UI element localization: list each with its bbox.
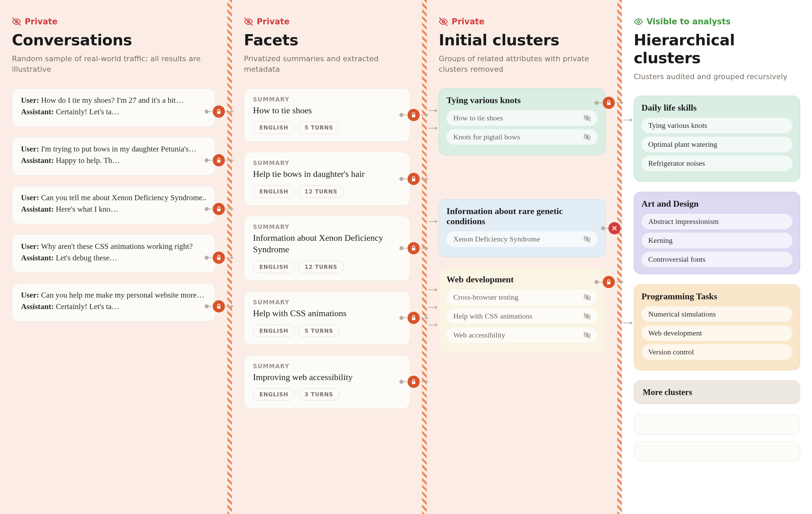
privacy-badge-visible: Visible to analysts — [634, 17, 800, 26]
cluster-item: Abstract impressionism — [642, 214, 792, 229]
turns-tag: 12 TURNS — [298, 185, 344, 198]
cluster-item: How to tie shoes — [446, 110, 597, 126]
hierarchical-clusters-column: Visible to analysts Hierarchical cluster… — [622, 0, 812, 514]
hierarchical-cluster-card: Daily life skills Tying various knots Op… — [634, 96, 800, 182]
facet-summary: Improving web accessibility — [253, 372, 401, 383]
turns-tag: 5 TURNS — [298, 121, 340, 134]
language-tag: ENGLISH — [253, 121, 295, 134]
summary-label: SUMMARY — [253, 299, 401, 306]
lock-connector — [595, 97, 623, 109]
column-title: Hierarchical clusters — [634, 31, 800, 67]
column-subtitle: Groups of related attributes with privat… — [439, 54, 605, 75]
turns-tag: 5 TURNS — [298, 325, 340, 337]
eye-off-icon — [439, 17, 448, 26]
lock-connector — [205, 154, 233, 166]
facet-card: SUMMARY How to tie shoes ENGLISH 5 TURNS — [244, 88, 410, 142]
eye-off-icon — [583, 312, 591, 320]
assistant-message: Assistant: Certainly! Let's ta… — [21, 302, 206, 311]
cluster-item-label: Cross-browser testing — [453, 293, 518, 302]
conversation-card: User: Can you tell me about Xenon Defici… — [12, 186, 215, 224]
lock-connector — [399, 242, 428, 254]
cluster-item-label: Kerning — [648, 236, 673, 245]
privacy-label: Private — [25, 17, 57, 26]
arrow-icon — [226, 111, 233, 112]
privacy-label: Visible to analysts — [647, 17, 731, 26]
cluster-item-label: Numerical simulations — [648, 310, 716, 319]
lock-icon — [603, 276, 615, 288]
initial-cluster-card: Tying various knots How to tie shoes Kno… — [439, 88, 605, 155]
privacy-badge-private: Private — [244, 17, 410, 26]
cluster-title: Web development — [446, 275, 597, 285]
language-tag: ENGLISH — [253, 185, 295, 198]
initial-cluster-card: Information about rare genetic condition… — [439, 199, 605, 257]
lock-connector — [595, 276, 623, 288]
x-icon — [608, 222, 621, 234]
column-title: Facets — [244, 31, 410, 49]
cluster-item: Cross-browser testing — [446, 289, 597, 305]
arrow-icon — [420, 179, 428, 179]
privacy-label: Private — [257, 17, 289, 26]
cluster-item-label: Tying various knots — [648, 121, 707, 130]
cluster-title: Tying various knots — [446, 95, 597, 106]
arrow-in-icon — [428, 307, 437, 308]
privacy-badge-private: Private — [12, 17, 215, 26]
eye-off-icon — [583, 235, 591, 243]
privacy-divider — [617, 0, 622, 514]
cluster-item: Refrigerator noises — [642, 156, 792, 171]
arrow-icon — [226, 209, 233, 209]
language-tag: ENGLISH — [253, 261, 295, 273]
cluster-item-label: How to tie shoes — [453, 114, 503, 122]
cluster-item: Controversial fonts — [642, 252, 792, 267]
conversations-column: Private Conversations Random sample of r… — [0, 0, 227, 514]
placeholder-card — [634, 441, 800, 462]
placeholder-card — [634, 414, 800, 435]
lock-connector — [399, 109, 428, 121]
cluster-item-label: Web development — [648, 329, 702, 337]
cluster-item: Optimal plant watering — [642, 137, 792, 152]
cluster-item-label: Controversial fonts — [648, 255, 705, 264]
arrow-icon — [616, 102, 623, 103]
language-tag: ENGLISH — [253, 325, 295, 337]
cluster-item: Version control — [642, 344, 792, 360]
eye-off-icon — [583, 133, 591, 141]
cluster-item: Numerical simulations — [642, 306, 792, 322]
cluster-item-label: Version control — [648, 348, 694, 356]
arrow-in-icon — [428, 110, 437, 111]
column-title: Conversations — [12, 31, 215, 49]
facet-summary: Information about Xenon Deficiency Syndr… — [253, 232, 401, 255]
privacy-divider — [422, 0, 427, 514]
column-title: Initial clusters — [439, 31, 605, 49]
arrow-in-icon — [428, 325, 437, 325]
lock-connector — [205, 106, 233, 118]
cluster-item: Knots for pigtail bows — [446, 129, 597, 145]
cluster-item: Tying various knots — [642, 118, 792, 133]
language-tag: ENGLISH — [253, 388, 295, 401]
column-subtitle: Random sample of real-world traffic; all… — [12, 54, 215, 75]
more-clusters-label: More clusters — [643, 388, 791, 397]
turns-tag: 3 TURNS — [298, 388, 340, 401]
lock-connector — [205, 300, 233, 312]
conversation-card: User: I'm trying to put bows in my daugh… — [12, 137, 215, 176]
eye-off-icon — [12, 17, 21, 26]
lock-icon — [603, 97, 615, 109]
more-clusters-card: More clusters — [634, 380, 800, 404]
summary-label: SUMMARY — [253, 363, 401, 370]
lock-connector — [399, 173, 428, 185]
cluster-item: Kerning — [642, 233, 792, 248]
lock-connector — [205, 203, 233, 215]
arrow-in-icon — [623, 120, 632, 120]
facets-column: Private Facets Privatized summaries and … — [232, 0, 422, 514]
hierarchical-cluster-card: Programming Tasks Numerical simulations … — [634, 284, 800, 370]
cluster-title: Information about rare genetic condition… — [446, 206, 597, 227]
summary-label: SUMMARY — [253, 224, 401, 230]
cluster-item-label: Refrigerator noises — [648, 159, 705, 168]
eye-open-icon — [634, 17, 643, 26]
cluster-item: Web accessibility — [446, 327, 597, 343]
eye-off-icon — [583, 294, 591, 301]
initial-cluster-card: Web development Cross-browser testing He… — [439, 267, 605, 353]
user-message: User: Why aren't these CSS animations wo… — [21, 242, 206, 251]
arrow-icon — [420, 318, 428, 318]
cluster-item-label: Optimal plant watering — [648, 140, 717, 149]
cluster-title: Programming Tasks — [642, 291, 792, 302]
lock-icon — [408, 376, 420, 388]
